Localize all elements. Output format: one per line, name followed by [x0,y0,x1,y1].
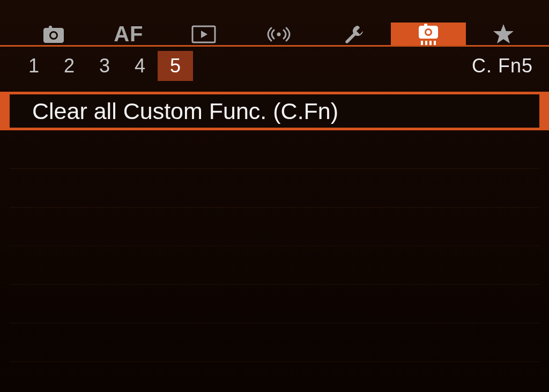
tab-setup[interactable] [316,23,391,46]
af-label: AF [114,22,143,46]
menu-slot-empty [10,285,539,323]
empty-menu-slots [10,130,539,362]
page-tab-4[interactable]: 4 [122,51,158,81]
svg-rect-3 [425,41,427,45]
menu-slot-empty [10,323,539,362]
page-tab-2[interactable]: 2 [51,51,87,81]
page-tab-5[interactable]: 5 [158,51,193,81]
main-tab-bar: AF [0,0,549,46]
wrench-icon [343,24,364,45]
tab-custom-functions[interactable] [391,23,466,46]
svg-point-1 [277,32,280,36]
tab-my-menu[interactable] [466,23,541,46]
tab-autofocus[interactable]: AF [91,23,166,46]
svg-rect-4 [429,41,432,45]
custom-functions-icon [416,21,441,47]
tab-shooting[interactable] [16,23,91,46]
menu-slot-empty [10,246,539,285]
page-tab-3[interactable]: 3 [87,51,122,81]
page-section-label: C. Fn5 [472,55,538,77]
svg-rect-5 [434,41,436,45]
menu-item-label: Clear all Custom Func. (C.Fn) [32,98,338,124]
page-sub-tabs: 1 2 3 4 5 C. Fn5 [0,46,549,82]
camera-icon [41,25,66,44]
svg-rect-2 [421,41,423,45]
menu-content: Clear all Custom Func. (C.Fn) [0,82,549,362]
menu-slot-empty [10,130,539,169]
tab-wireless[interactable] [241,23,316,46]
wireless-icon [266,23,292,46]
tab-playback[interactable] [166,23,241,46]
menu-slot-empty [10,169,539,208]
star-icon [492,23,515,46]
menu-slot-empty [10,208,539,246]
menu-item-clear-custom-functions[interactable]: Clear all Custom Func. (C.Fn) [10,92,539,130]
playback-icon [191,25,217,44]
page-tab-1[interactable]: 1 [16,51,51,81]
